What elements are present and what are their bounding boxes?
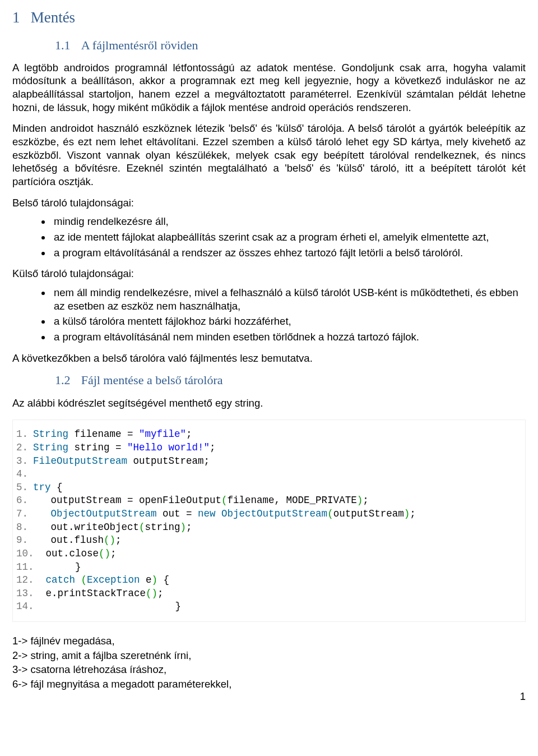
paragraph: Külső tároló tulajdonságai: — [12, 267, 526, 280]
code-line: 3.FileOutputStream outputStream; — [16, 455, 210, 467]
bullet-list: mindig rendelkezésre áll, az ide mentett… — [12, 215, 526, 259]
code-line: 1.String filename = "myfile"; — [16, 428, 192, 440]
list-item: a program eltávolításánál a rendszer az … — [52, 246, 526, 260]
code-block: 1.String filename = "myfile"; 2.String s… — [12, 420, 526, 622]
heading-2: 1.2 Fájl mentése a belső tárolóra — [55, 372, 526, 388]
heading-2-text: A fájlmentésről röviden — [81, 38, 198, 53]
document-page: 1 Mentés 1.1 A fájlmentésről röviden A l… — [0, 0, 538, 709]
code-line: 11. } — [16, 561, 81, 573]
heading-2-number: 1.2 — [55, 372, 71, 388]
code-line: 8. out.writeObject(string); — [16, 522, 192, 533]
page-number: 1 — [520, 690, 526, 703]
legend-item: 3-> csatorna létrehozása íráshoz, — [12, 663, 526, 676]
heading-1-text: Mentés — [31, 8, 75, 27]
paragraph: Belső tároló tulajdonságai: — [12, 196, 526, 210]
list-item: az ide mentett fájlokat alapbeállítás sz… — [52, 231, 526, 244]
code-line: 6. outputStream = openFileOutput(filenam… — [16, 495, 369, 506]
paragraph: Minden androidot használó eszköznek léte… — [12, 122, 526, 188]
code-line: 4. — [16, 468, 28, 480]
legend-item: 1-> fájlnév megadása, — [12, 634, 526, 648]
heading-1: 1 Mentés — [12, 8, 526, 27]
code-line: 13. e.printStackTrace(); — [16, 588, 164, 599]
code-line: 5.try { — [16, 482, 63, 493]
list-item: mindig rendelkezésre áll, — [52, 215, 526, 228]
code-line: 12. catch (Exception e) { — [16, 574, 169, 586]
code-legend: 1-> fájlnév megadása, 2-> string, amit a… — [12, 634, 526, 691]
paragraph: A következőkben a belső tárolóra való fá… — [12, 352, 526, 365]
list-item: nem áll mindig rendelkezésre, mivel a fe… — [52, 286, 526, 312]
list-item: a külső tárolóra mentett fájlokhoz bárki… — [52, 315, 526, 328]
code-line: 10. out.close(); — [16, 548, 117, 559]
bullet-list: nem áll mindig rendelkezésre, mivel a fe… — [12, 286, 526, 344]
paragraph: Az alábbi kódrészlet segítségével menthe… — [12, 397, 526, 410]
list-item: a program eltávolításánál nem minden ese… — [52, 330, 526, 344]
paragraph: A legtöbb androidos programnál létfontos… — [12, 61, 526, 114]
code-line: 7. ObjectOutputStream out = new ObjectOu… — [16, 508, 416, 519]
code-line: 14. } — [16, 601, 181, 612]
code-line: 9. out.flush(); — [16, 534, 122, 546]
legend-item: 6-> fájl megnyitása a megadott paraméter… — [12, 677, 526, 691]
heading-2-number: 1.1 — [55, 38, 71, 53]
heading-2: 1.1 A fájlmentésről röviden — [55, 38, 526, 53]
heading-2-text: Fájl mentése a belső tárolóra — [81, 372, 223, 388]
code-line: 2.String string = "Hello world!"; — [16, 442, 216, 453]
heading-1-number: 1 — [12, 8, 20, 27]
legend-item: 2-> string, amit a fájlba szeretnénk írn… — [12, 649, 526, 662]
